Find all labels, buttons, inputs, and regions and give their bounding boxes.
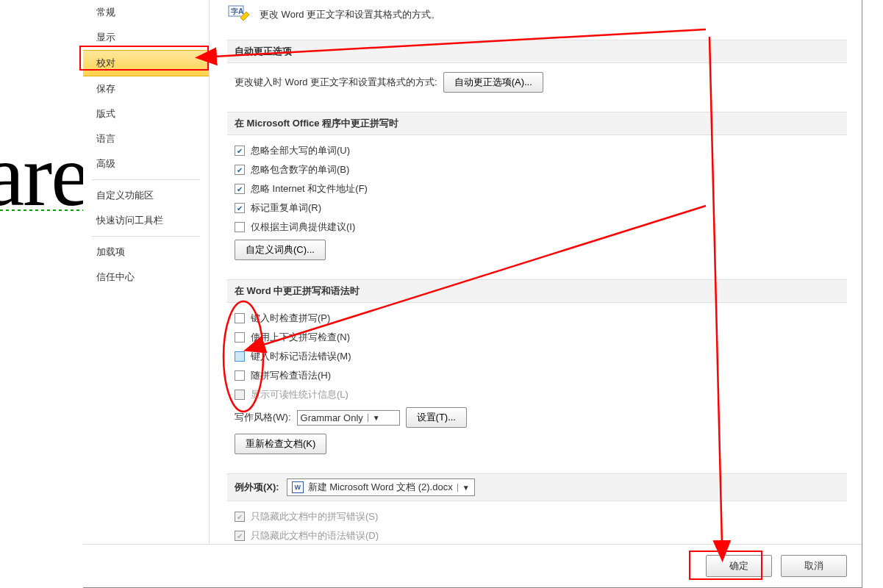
section-office-body: 忽略全部大写的单词(U) 忽略包含数字的单词(B) 忽略 Internet 和文… (227, 144, 847, 279)
label-ignore-internet: 忽略 Internet 和文件地址(F) (251, 182, 368, 196)
proofing-icon: 字A (227, 3, 251, 26)
sidebar-item-quick-access[interactable]: 快速访问工具栏 (83, 208, 209, 233)
settings-button[interactable]: 设置(T)... (406, 407, 467, 428)
checkbox-ignore-numbers[interactable] (235, 165, 245, 175)
label-contextual-spelling: 使用上下文拼写检查(N) (251, 331, 350, 344)
label-flag-repeated: 标记重复单词(R) (251, 201, 321, 215)
checkbox-flag-repeated[interactable] (235, 203, 245, 213)
ok-button[interactable]: 确定 (706, 555, 772, 577)
sidebar-separator (92, 179, 200, 180)
checkbox-contextual-spelling[interactable] (235, 332, 245, 343)
writing-style-label: 写作风格(W): (235, 411, 291, 424)
autocorrect-options-button[interactable]: 自动更正选项(A)... (443, 72, 543, 93)
checkbox-ignore-internet[interactable] (235, 184, 245, 194)
checkbox-ignore-uppercase[interactable] (235, 146, 245, 156)
background-text: are (0, 125, 88, 226)
chevron-down-icon: ▼ (368, 414, 380, 422)
svg-text:字A: 字A (231, 7, 243, 15)
cancel-button[interactable]: 取消 (781, 555, 847, 577)
sidebar-item-customize-ribbon[interactable]: 自定义功能区 (83, 183, 209, 208)
label-hide-spelling-errors: 只隐藏此文档中的拼写错误(S) (251, 510, 378, 523)
sidebar-item-save[interactable]: 保存 (83, 76, 209, 101)
sidebar-item-advanced[interactable]: 高级 (83, 151, 209, 176)
section-office-title: 在 Microsoft Office 程序中更正拼写时 (227, 112, 847, 135)
section-exceptions-title: 例外项(X): W 新建 Microsoft Word 文档 (2).docx … (227, 473, 847, 501)
label-hide-grammar-errors: 只隐藏此文档中的语法错误(D) (251, 529, 379, 542)
label-ignore-numbers: 忽略包含数字的单词(B) (251, 163, 349, 176)
checkbox-hide-grammar-errors (235, 531, 245, 541)
label-main-dict-only: 仅根据主词典提供建议(I) (251, 220, 355, 234)
header-desc: 更改 Word 更正文字和设置其格式的方式。 (260, 8, 440, 21)
checkbox-mark-grammar[interactable] (235, 351, 245, 362)
checkbox-main-dict-only[interactable] (235, 222, 245, 232)
custom-dictionary-button[interactable]: 自定义词典(C)... (235, 240, 326, 260)
sidebar-item-display[interactable]: 显示 (83, 25, 209, 50)
sidebar-item-addins[interactable]: 加载项 (83, 240, 209, 265)
writing-style-select[interactable]: Grammar Only ▼ (297, 410, 400, 426)
dialog-footer: 确定 取消 (83, 544, 862, 587)
label-grammar-with-spelling: 随拼写检查语法(H) (251, 369, 331, 382)
sidebar-item-general[interactable]: 常规 (83, 0, 209, 25)
label-mark-grammar: 键入时标记语法错误(M) (251, 350, 351, 363)
section-autocorrect-title: 自动更正选项 (227, 40, 847, 63)
sidebar-separator (92, 236, 200, 237)
label-readability-stats: 显示可读性统计信息(L) (251, 388, 348, 401)
sidebar-item-proofing[interactable]: 校对 (83, 50, 209, 76)
options-dialog: 常规 显示 校对 保存 版式 语言 高级 自定义功能区 快速访问工具栏 加载项 … (83, 0, 862, 588)
header-row: 字A 更改 Word 更正文字和设置其格式的方式。 (227, 3, 847, 26)
section-exceptions-body: 只隐藏此文档中的拼写错误(S) 只隐藏此文档中的语法错误(D) (227, 510, 847, 544)
background-underline (0, 209, 88, 211)
exceptions-document-name: 新建 Microsoft Word 文档 (2).docx (308, 481, 453, 494)
chevron-down-icon: ▼ (457, 484, 470, 492)
sidebar-item-layout[interactable]: 版式 (83, 101, 209, 126)
label-ignore-uppercase: 忽略全部大写的单词(U) (251, 144, 350, 157)
checkbox-readability-stats (235, 390, 245, 400)
sidebar-item-trust-center[interactable]: 信任中心 (83, 265, 209, 290)
section-word-title: 在 Word 中更正拼写和语法时 (227, 279, 847, 303)
exceptions-document-select[interactable]: W 新建 Microsoft Word 文档 (2).docx ▼ (287, 478, 475, 496)
dialog-body: 常规 显示 校对 保存 版式 语言 高级 自定义功能区 快速访问工具栏 加载项 … (83, 0, 862, 544)
checkbox-check-spelling[interactable] (235, 313, 245, 323)
exceptions-label: 例外项(X): (235, 481, 279, 494)
checkbox-hide-spelling-errors (235, 512, 245, 522)
writing-style-value: Grammar Only (301, 412, 363, 423)
checkbox-grammar-with-spelling[interactable] (235, 370, 245, 381)
recheck-document-button[interactable]: 重新检查文档(K) (235, 434, 326, 454)
content-pane: 字A 更改 Word 更正文字和设置其格式的方式。 自动更正选项 更改键入时 W… (210, 0, 862, 544)
label-check-spelling: 键入时检查拼写(P) (251, 312, 330, 325)
sidebar-item-language[interactable]: 语言 (83, 126, 209, 151)
word-doc-icon: W (292, 481, 304, 493)
sidebar: 常规 显示 校对 保存 版式 语言 高级 自定义功能区 快速访问工具栏 加载项 … (83, 0, 210, 544)
section-autocorrect-body: 更改键入时 Word 更正文字和设置其格式的方式: 自动更正选项(A)... (227, 72, 847, 112)
autocorrect-desc: 更改键入时 Word 更正文字和设置其格式的方式: (235, 76, 437, 89)
section-word-body: 键入时检查拼写(P) 使用上下文拼写检查(N) 键入时标记语法错误(M) 随拼写… (227, 312, 847, 473)
